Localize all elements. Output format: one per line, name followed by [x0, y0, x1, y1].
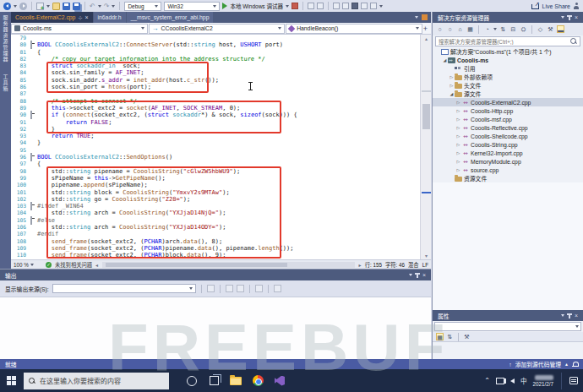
zoom-select[interactable]: 100 % — [14, 262, 42, 268]
hscroll-thumb[interactable] — [106, 263, 287, 267]
fold-marker-icon[interactable] — [30, 41, 37, 48]
ime-indicator[interactable]: 中 — [520, 376, 527, 385]
active-files-dropdown-icon[interactable] — [415, 16, 418, 19]
new-project-icon[interactable] — [36, 3, 44, 10]
collapsed-arrow-icon[interactable]: ▷ — [455, 100, 461, 105]
se-back-icon[interactable]: ○ — [436, 25, 444, 33]
taskbar-search-box[interactable]: 在这里输入你要搜索的内容 — [24, 373, 169, 389]
attach-process-icon[interactable] — [308, 3, 314, 9]
editor-vertical-scrollbar[interactable]: ▴ ▾ — [420, 35, 431, 259]
scroll-up-icon[interactable]: ▴ — [421, 35, 432, 41]
tree-item-cooolis-msf.cpp[interactable]: ▷++Cooolis-msf.cpp — [433, 115, 583, 123]
se-sync-icon[interactable]: ⇅ — [499, 25, 507, 33]
collapsed-arrow-icon[interactable]: ▷ — [455, 108, 461, 113]
fold-marker-icon[interactable] — [30, 154, 37, 161]
collapsed-arrow-icon[interactable]: ▷ — [455, 117, 461, 122]
properties-close-icon[interactable]: × — [575, 313, 578, 318]
tree-item-memorymodule.cpp[interactable]: ▷++MemoryModule.cpp — [433, 157, 583, 166]
tree-item-source.cpp[interactable]: ▷++source.cpp — [433, 166, 583, 174]
start-debugging-dropdown-icon[interactable] — [286, 5, 289, 8]
se-wrench-icon[interactable]: ⚒ — [547, 25, 554, 33]
tree-item-cooolis-externalc2.cpp[interactable]: ▷++Cooolis-ExternalC2.cpp — [433, 98, 583, 106]
save-icon[interactable] — [63, 3, 70, 10]
document-tab[interactable]: Cooolis-ExternalC2.cpp⊹× — [11, 12, 93, 23]
code-line[interactable]: 105#else — [11, 217, 420, 224]
solution-explorer-pin-icon[interactable] — [569, 15, 570, 20]
collapsed-arrow-icon[interactable]: ▷ — [455, 167, 461, 172]
properties-menu-icon[interactable] — [561, 314, 564, 317]
properties-pin-icon[interactable] — [569, 313, 570, 318]
taskbar-clock[interactable]: 2021/2/7 — [532, 375, 553, 387]
collapsed-arrow-icon[interactable]: ▷ — [449, 83, 455, 88]
server-explorer-vertical-tab[interactable]: 服务器资源管理器 — [2, 15, 9, 63]
scroll-down-icon[interactable]: ▾ — [421, 253, 432, 259]
start-debugging-icon[interactable] — [222, 3, 227, 9]
find-message-icon[interactable] — [207, 285, 215, 292]
code-line[interactable]: 99 sPipeName = this->GetPipeName(); — [11, 175, 420, 182]
collapsed-arrow-icon[interactable]: ▷ — [455, 150, 461, 155]
start-debugging-label[interactable]: 本地 Windows 调试器 — [230, 2, 282, 10]
properties-categorized-icon[interactable]: ▦ — [436, 333, 444, 340]
properties-object-select[interactable] — [434, 322, 581, 331]
expanded-arrow-icon[interactable]: ◢ — [442, 57, 448, 63]
next-message-icon[interactable] — [237, 285, 244, 292]
open-file-icon[interactable] — [52, 3, 60, 10]
output-source-select[interactable] — [52, 284, 196, 293]
code-line[interactable]: 91 return FALSE; — [11, 119, 420, 126]
code-line[interactable]: 84 sock.sin_family = AF_INET; — [11, 69, 420, 76]
debug-configuration-select[interactable]: Debug — [124, 2, 161, 11]
visual-studio-button[interactable] — [269, 369, 291, 392]
code-line[interactable]: 90 if (connect(socket_extc2, (struct soc… — [11, 112, 420, 118]
se-switch-views-icon[interactable]: ▦ — [466, 25, 474, 33]
toolbox-vertical-tab[interactable]: 工具箱 — [2, 74, 9, 92]
code-line[interactable]: 109 send_frame(socket_extc2, (PCHAR)pipe… — [11, 245, 420, 252]
code-line[interactable]: 104 std::string arch = CooolisString("YX… — [11, 210, 420, 216]
output-pin-icon[interactable] — [417, 273, 418, 278]
fold-marker-icon[interactable] — [30, 217, 37, 224]
collapsed-arrow-icon[interactable]: ▷ — [455, 133, 461, 139]
split-window-icon[interactable]: + — [423, 24, 431, 33]
tree-item-[interactable]: ◢源文件 — [433, 90, 583, 98]
code-line[interactable]: 92 } — [11, 126, 420, 133]
build-solution-icon[interactable] — [342, 3, 349, 9]
previous-message-icon[interactable] — [226, 285, 233, 292]
output-close-icon[interactable]: × — [422, 272, 426, 278]
solution-explorer-titlebar[interactable]: 解决方案资源管理器 × — [433, 12, 583, 23]
fold-marker-icon[interactable] — [30, 112, 37, 118]
collapsed-arrow-icon[interactable]: ▷ — [455, 142, 461, 147]
collapsed-arrow-icon[interactable]: ▷ — [449, 74, 455, 79]
notifications-bell-icon[interactable] — [572, 362, 578, 368]
step-over-icon[interactable] — [317, 3, 324, 9]
new-project-dropdown-icon[interactable] — [46, 5, 50, 8]
navigate-back-dropdown-icon[interactable] — [14, 5, 17, 8]
code-line[interactable]: 96BOOL CCooolisExternalC2::SendOptions() — [11, 154, 420, 161]
code-line[interactable]: 80BOOL CCooolisExternalC2::ConnectServer… — [11, 41, 420, 48]
collapsed-arrow-icon[interactable]: ▷ — [455, 159, 461, 164]
tree-item-[interactable]: ▷外部依赖项 — [433, 73, 583, 81]
tree-item-cooolis-shellcode.cpp[interactable]: ▷++Cooolis-Shellcode.cpp — [433, 132, 583, 140]
action-center-icon[interactable] — [569, 377, 578, 384]
feedback-person-icon[interactable] — [573, 3, 580, 9]
collapsed-arrow-icon[interactable]: ▷ — [455, 125, 461, 130]
tray-expand-icon[interactable]: ⌃ — [484, 377, 490, 384]
platform-select[interactable]: Win32 — [164, 2, 220, 11]
tree-item-cooolis-http.cpp[interactable]: ▷++Cooolis-Http.cpp — [433, 106, 583, 115]
code-line[interactable]: 94} — [11, 139, 420, 146]
code-line[interactable]: 93 return TRUE; — [11, 133, 420, 139]
word-wrap-icon[interactable] — [274, 285, 281, 292]
file-explorer-button[interactable] — [225, 369, 247, 392]
document-tab[interactable]: __msvc_system_error_abi.hpp — [127, 12, 214, 23]
output-panel-titlebar[interactable]: 输出 × — [0, 270, 431, 280]
document-tab[interactable]: in6addr.h — [94, 12, 126, 23]
se-show-all-files-icon[interactable]: ◇ — [537, 25, 544, 33]
hot-reload-icon[interactable] — [292, 3, 298, 9]
tab-close-icon[interactable]: × — [84, 15, 88, 20]
code-line[interactable]: 83 struct sockaddr_in sock; — [11, 63, 420, 69]
solution-search-box[interactable] — [435, 36, 580, 46]
redo-icon[interactable]: ↷ — [104, 3, 110, 10]
type-dropdown[interactable]: → CCooolisExternalC2 — [149, 24, 286, 34]
tree-item-cooolis-ms[interactable]: ◢Cooolis-ms — [433, 56, 583, 64]
hscroll-left-icon[interactable]: ◂ — [95, 262, 98, 268]
next-bookmark-icon[interactable] — [370, 3, 377, 9]
project-dropdown[interactable]: Cooolis-ms — [11, 24, 148, 34]
